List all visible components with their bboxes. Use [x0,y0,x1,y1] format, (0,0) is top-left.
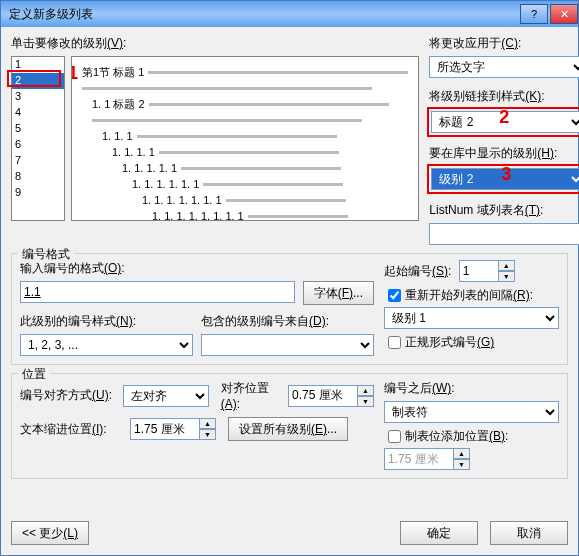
restart-select[interactable]: 级别 1 [384,307,559,329]
highlight-3: 级别 2 3 [427,164,579,194]
set-all-button[interactable]: 设置所有级别(E)... [228,417,348,441]
level-box-wrap: 1 2 3 4 5 6 7 8 9 [11,56,65,221]
font-button[interactable]: 字体(F)... [303,281,374,305]
position-group: 位置 编号对齐方式(U): 左对齐 对齐位置(A): ▲▼ 文本缩进位置(I):… [11,373,568,479]
level-item[interactable]: 3 [12,89,64,105]
spin-up[interactable]: ▲ [200,418,216,429]
spin-down[interactable]: ▼ [358,396,374,407]
window-title: 定义新多级列表 [9,6,93,23]
number-style-select[interactable]: 1, 2, 3, ... [20,334,193,356]
apply-to-label: 将更改应用于(C): [429,35,579,52]
level-item[interactable]: 4 [12,105,64,121]
legal-checkbox[interactable] [388,336,401,349]
preview-pane: 1 第1节 标题 11. 1 标题 21. 1. 11. 1. 1. 11. 1… [71,56,419,221]
link-style-select[interactable]: 标题 2 [431,111,579,133]
show-level-select[interactable]: 级别 2 [431,168,579,190]
numfmt-title: 编号格式 [18,246,74,263]
preview-line: 1. 1. 1. 1. 1. 1. 1 [82,193,408,207]
marker-1: 1 [71,63,78,84]
level-item[interactable]: 6 [12,137,64,153]
start-number-input[interactable] [459,260,499,282]
preview-line: 1. 1. 1. 1. 1. 1 [82,177,408,191]
preview-line: 1. 1. 1. 1. 1. 1. 1. 1 [82,209,408,221]
spin-down[interactable]: ▼ [200,429,216,440]
alignat-input[interactable] [288,385,358,407]
text-indent-label: 文本缩进位置(I): [20,421,130,438]
help-button[interactable]: ? [520,4,548,24]
number-format-group: 编号格式 输入编号的格式(O): 字体(F)... 此级别的编号样式(N): [11,253,568,365]
level-item[interactable]: 7 [12,153,64,169]
show-level-label: 要在库中显示的级别(H): [429,145,579,162]
top-row: 单击要修改的级别(V): 1 2 3 4 5 6 7 8 [11,35,568,245]
less-button[interactable]: << 更少(L) [11,521,89,545]
titlebar: 定义新多级列表 ? ✕ [1,1,578,27]
dialog-window: 定义新多级列表 ? ✕ 单击要修改的级别(V): 1 2 3 [0,0,579,556]
ok-button[interactable]: 确定 [400,521,478,545]
align-select[interactable]: 左对齐 [123,385,208,407]
number-style-label: 此级别的编号样式(N): [20,313,193,330]
spin-down: ▼ [454,459,470,470]
footer: << 更少(L) 确定 取消 [11,521,568,545]
preview-line: 第1节 标题 1 [82,65,408,79]
spin-down[interactable]: ▼ [499,271,515,282]
listnum-input[interactable] [429,223,579,245]
follow-select[interactable]: 制表符 [384,401,559,423]
preview-line: 1. 1. 1. 1 [82,145,408,159]
left-area: 单击要修改的级别(V): 1 2 3 4 5 6 7 8 [11,35,419,245]
spin-up[interactable]: ▲ [358,385,374,396]
apply-to-select[interactable]: 所选文字 [429,56,579,78]
modify-level-label: 单击要修改的级别(V): [11,35,419,52]
preview-line: 1. 1. 1. 1. 1 [82,161,408,175]
cancel-button[interactable]: 取消 [490,521,568,545]
level-item[interactable]: 5 [12,121,64,137]
pos-title: 位置 [18,366,50,383]
restart-label: 重新开始列表的间隔(R): [405,287,533,304]
highlight-2: 标题 2 2 [427,107,579,137]
right-column: 将更改应用于(C): 所选文字 将级别链接到样式(K): 标题 2 2 要在库中… [429,35,579,245]
follow-label: 编号之后(W): [384,380,559,397]
level-item[interactable]: 9 [12,185,64,201]
tab-checkbox[interactable] [388,430,401,443]
levels-preview-row: 1 2 3 4 5 6 7 8 9 1 第1节 标题 11. [11,56,419,221]
close-button[interactable]: ✕ [550,4,578,24]
listnum-label: ListNum 域列表名(T): [429,202,579,219]
level-item[interactable]: 1 [12,57,64,73]
spin-up: ▲ [454,448,470,459]
link-style-label: 将级别链接到样式(K): [429,88,579,105]
window-buttons: ? ✕ [518,4,578,24]
level-listbox[interactable]: 1 2 3 4 5 6 7 8 9 [11,56,65,221]
legal-label: 正规形式编号(G) [405,334,494,351]
format-input[interactable] [20,281,295,303]
content: 单击要修改的级别(V): 1 2 3 4 5 6 7 8 [1,27,578,487]
spin-up[interactable]: ▲ [499,260,515,271]
alignat-label: 对齐位置(A): [221,380,284,411]
restart-check-row: 重新开始列表的间隔(R): [384,286,559,305]
preview-line: 1. 1 标题 2 [82,97,408,111]
preview-line: 1. 1. 1 [82,129,408,143]
level-item[interactable]: 8 [12,169,64,185]
include-from-label: 包含的级别编号来自(D): [201,313,374,330]
level-item-selected[interactable]: 2 [12,73,64,89]
align-label: 编号对齐方式(U): [20,387,123,404]
text-indent-input[interactable] [130,418,200,440]
start-number-label: 起始编号(S): ▲▼ [384,260,559,282]
tab-input [384,448,454,470]
tab-label: 制表位添加位置(B): [405,428,508,445]
restart-checkbox[interactable] [388,289,401,302]
include-from-select[interactable] [201,334,374,356]
